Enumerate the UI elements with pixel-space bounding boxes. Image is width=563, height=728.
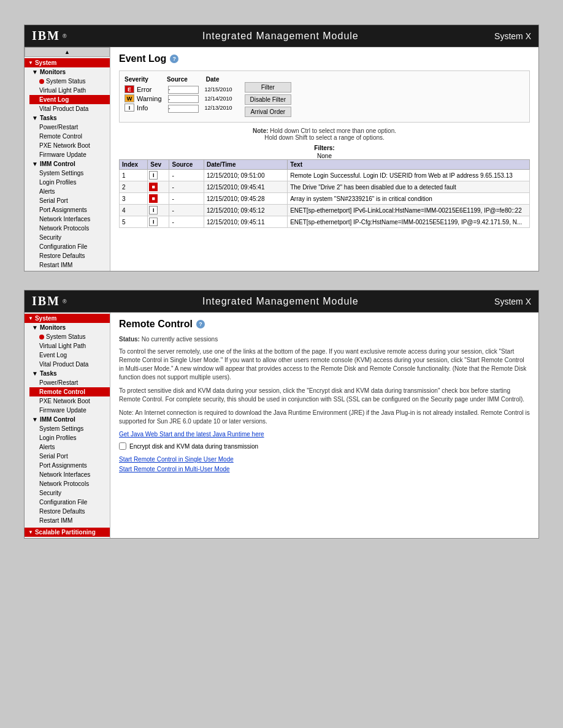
- table-row[interactable]: 5 I - 12/15/2010; 09:45:11 ENET[sp-ether…: [120, 216, 530, 228]
- status-line: Status: No currently active sessions: [119, 336, 530, 343]
- disable-filter-button[interactable]: Disable Filter: [245, 94, 291, 105]
- source-field-3[interactable]: [168, 105, 199, 113]
- help-icon[interactable]: ?: [170, 55, 178, 63]
- source-field-2[interactable]: [168, 95, 199, 103]
- sidebar-vlp-label: Virtual Light Path: [39, 87, 86, 94]
- sidebar-item-alerts-2[interactable]: Alerts: [29, 442, 110, 452]
- arrival-order-button[interactable]: Arrival Order: [245, 107, 291, 117]
- filter-button[interactable]: Filter: [245, 82, 291, 93]
- sidebar-item-vital-product-data[interactable]: Vital Product Data: [29, 104, 110, 113]
- sidebar-item-pxe-boot[interactable]: PXE Network Boot: [29, 141, 110, 150]
- sidebar-scalable-title[interactable]: ▼ Scalable Partitioning: [25, 528, 110, 537]
- header-system-2: System X: [494, 297, 531, 306]
- sev-error-box: E: [124, 85, 134, 93]
- sidebar-item-firmware-update[interactable]: Firmware Update: [29, 150, 110, 159]
- start-single-link[interactable]: Start Remote Control in Single User Mode: [119, 456, 530, 463]
- sidebar-firmware-label: Firmware Update: [39, 151, 86, 158]
- sidebar-item-serial-port-2[interactable]: Serial Port: [29, 452, 110, 461]
- severity-info-label: Info: [137, 104, 148, 112]
- table-row[interactable]: 3 ■ - 12/15/2010; 09:45:28 Array in syst…: [120, 193, 530, 205]
- sidebar-system-title-2[interactable]: ▼ System: [25, 314, 110, 323]
- source-field-1[interactable]: [168, 86, 199, 94]
- sidebar-system-title[interactable]: ▼ System: [25, 58, 110, 67]
- status-dot-red: [39, 79, 44, 84]
- sidebar-item-network-protocols[interactable]: Network Protocols: [29, 224, 110, 233]
- sidebar-item-vlp-2[interactable]: Virtual Light Path: [29, 341, 110, 351]
- encrypt-checkbox[interactable]: [119, 442, 126, 450]
- sidebar-item-virtual-light-path[interactable]: Virtual Light Path: [29, 86, 110, 95]
- sidebar-tasks-title[interactable]: ▼ Tasks: [29, 113, 110, 123]
- cell-index: 5: [120, 216, 148, 228]
- sidebar-item-remote-control[interactable]: Remote Control: [29, 132, 110, 141]
- sidebar-item-restart-imm[interactable]: Restart IMM: [29, 260, 110, 270]
- sidebar-item-power-restart-2[interactable]: Power/Restart: [29, 378, 110, 387]
- sidebar-item-login-profiles-2[interactable]: Login Profiles: [29, 433, 110, 442]
- date-col: 12/15/2010 12/14/2010 12/13/2010: [205, 85, 232, 112]
- date-item-1: 12/15/2010: [205, 85, 232, 93]
- sidebar-item-config-file[interactable]: Configuration File: [29, 242, 110, 251]
- filter-section: Severity Source Date E Error W W: [119, 70, 530, 123]
- ibm-registered-icon-2: ®: [63, 298, 67, 305]
- sidebar-item-system-status[interactable]: System Status: [29, 77, 110, 86]
- sidebar-item-restore-defaults[interactable]: Restore Defaults: [29, 251, 110, 260]
- sidebar-item-network-protocols-2[interactable]: Network Protocols: [29, 479, 110, 488]
- source-input-2[interactable]: [168, 95, 199, 104]
- sidebar-monitors-title-2[interactable]: ▼ Monitors: [29, 323, 110, 332]
- sidebar-item-config-file-2[interactable]: Configuration File: [29, 498, 110, 507]
- sidebar-item-security-2[interactable]: Security: [29, 488, 110, 498]
- sidebar-item-security[interactable]: Security: [29, 233, 110, 242]
- sidebar-tasks-label: Tasks: [40, 115, 57, 121]
- table-row[interactable]: 1 I - 12/15/2010; 09:51:00 Remote Login …: [120, 170, 530, 181]
- sidebar-item-event-log-2[interactable]: Event Log: [29, 351, 110, 360]
- start-multi-link[interactable]: Start Remote Control in Multi-User Mode: [119, 466, 530, 472]
- table-row[interactable]: 2 ■ - 12/15/2010; 09:45:41 The Drive "Dr…: [120, 181, 530, 193]
- sidebar-item-restore-defaults-2[interactable]: Restore Defaults: [29, 507, 110, 516]
- sidebar-item-firmware-2[interactable]: Firmware Update: [29, 406, 110, 415]
- severity-info[interactable]: I Info: [124, 104, 162, 112]
- sidebar-item-alerts[interactable]: Alerts: [29, 187, 110, 196]
- source-input-1[interactable]: [168, 85, 199, 94]
- imm-header-2: IBM ® Integrated Management Module Syste…: [25, 290, 538, 313]
- sidebar-item-system-settings[interactable]: System Settings: [29, 169, 110, 178]
- sidebar-item-event-log[interactable]: Event Log: [29, 95, 110, 104]
- severity-warning[interactable]: W Warning: [124, 94, 162, 102]
- severity-error[interactable]: E Error: [124, 85, 162, 93]
- sidebar-item-network-interfaces-2[interactable]: Network Interfaces: [29, 470, 110, 479]
- sidebar-item-power-restart[interactable]: Power/Restart: [29, 123, 110, 132]
- filter-grid: E Error W Warning I Info: [124, 85, 232, 113]
- cell-index: 1: [120, 170, 148, 181]
- sidebar-item-port-assignments[interactable]: Port Assignments: [29, 205, 110, 214]
- sidebar-item-remote-control-2[interactable]: Remote Control: [29, 387, 110, 396]
- date-item-2: 12/14/2010: [205, 94, 232, 102]
- source-input-3[interactable]: [168, 104, 199, 113]
- sidebar-1: ▲ ▼ System ▼ Monitors System Status: [25, 47, 110, 271]
- sidebar-item-system-status-2[interactable]: System Status: [29, 332, 110, 341]
- sidebar-item-sys-settings-2[interactable]: System Settings: [29, 424, 110, 433]
- table-row[interactable]: 4 I - 12/15/2010; 09:45:12 ENET[sp-ether…: [120, 205, 530, 216]
- source-label: Source: [167, 76, 188, 83]
- sidebar-item-login-profiles[interactable]: Login Profiles: [29, 178, 110, 187]
- arrow-icon-tasks: ▼: [32, 115, 38, 121]
- arrow-icon-2: ▼: [28, 316, 33, 321]
- filter-buttons: Filter Disable Filter Arrival Order: [245, 82, 291, 117]
- cell-source: -: [169, 205, 204, 216]
- sidebar-imm-control-title[interactable]: ▼ IMM Control: [29, 159, 110, 169]
- col-source: Source: [169, 160, 204, 170]
- page-title-row: Event Log ?: [119, 53, 530, 64]
- sidebar-monitors-title[interactable]: ▼ Monitors: [29, 67, 110, 77]
- sidebar-item-pxe-2[interactable]: PXE Network Boot: [29, 396, 110, 406]
- sidebar-item-serial-port[interactable]: Serial Port: [29, 196, 110, 205]
- sidebar-item-vpd-2[interactable]: Vital Product Data: [29, 360, 110, 369]
- filters-label: Filters:: [119, 145, 530, 151]
- sidebar-item-network-interfaces[interactable]: Network Interfaces: [29, 214, 110, 224]
- sidebar-imm-control-title-2[interactable]: ▼ IMM Control: [29, 415, 110, 424]
- java-download-link[interactable]: Get Java Web Start and the latest Java R…: [119, 431, 530, 438]
- sidebar-item-port-assignments-2[interactable]: Port Assignments: [29, 461, 110, 470]
- cell-datetime: 12/15/2010; 09:45:12: [204, 205, 287, 216]
- arrow-icon-tasks-2: ▼: [32, 370, 38, 377]
- sidebar-tasks-title-2[interactable]: ▼ Tasks: [29, 369, 110, 378]
- page-title: Event Log: [119, 53, 166, 64]
- sidebar-scroll-up[interactable]: ▲: [25, 47, 110, 57]
- help-icon-2[interactable]: ?: [196, 320, 205, 328]
- sidebar-item-restart-imm-2[interactable]: Restart IMM: [29, 516, 110, 525]
